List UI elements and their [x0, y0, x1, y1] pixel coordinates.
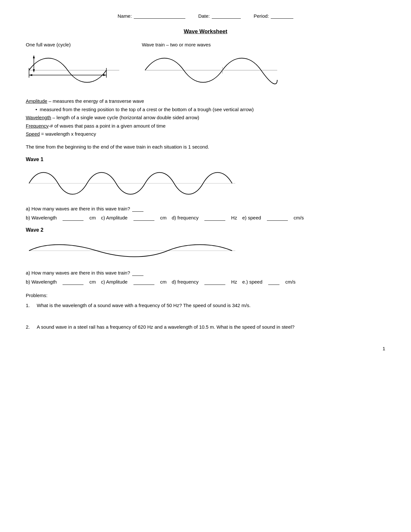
speed-term: Speed	[26, 131, 40, 137]
wave1-amplitude-answer[interactable]	[133, 215, 154, 221]
wave2-question-a: a) How many waves are there in this wave…	[26, 270, 385, 276]
name-label: Name:	[118, 13, 132, 19]
wave1-section: Wave 1 a) How many waves are there in th…	[26, 157, 385, 221]
one-wave-label: One full wave (cycle)	[26, 42, 122, 47]
wave1-question-b: b) Wavelength cm c) Amplitude cm d) freq…	[26, 215, 385, 221]
wave2-question-b: b) Wavelength cm c) Amplitude cm d) freq…	[26, 279, 385, 285]
period-field: Period:	[254, 13, 294, 19]
date-label: Date:	[198, 13, 210, 19]
wave2-frequency-answer[interactable]	[204, 279, 225, 285]
wave2-wavelength-answer[interactable]	[63, 279, 83, 285]
name-line	[134, 13, 185, 19]
wavelength-line: Wavelength – length of a single wave cyc…	[26, 113, 385, 122]
svg-marker-6	[103, 74, 106, 76]
wave-train-label: Wave train – two or more waves	[142, 42, 280, 47]
bullet-dot: •	[35, 105, 37, 114]
wave2-speed-answer[interactable]	[268, 279, 279, 285]
wave1-svg	[26, 166, 239, 201]
wave-train-svg	[142, 49, 280, 91]
time-statement: The time from the beginning to the end o…	[26, 144, 385, 150]
wavelength-term: Wavelength	[26, 115, 51, 120]
wave1-question-a: a) How many waves are there in this wave…	[26, 206, 385, 212]
problems-label: Problems:	[26, 293, 385, 298]
one-wave-svg	[26, 49, 122, 91]
wave2-amplitude-answer[interactable]	[133, 279, 154, 285]
speed-line: Speed = wavelength x frequency	[26, 130, 385, 138]
amplitude-def: – measures the energy of a transverse wa…	[47, 98, 144, 104]
date-line	[212, 13, 241, 19]
problems-section: Problems: 1. What is the wavelength of a…	[26, 293, 385, 330]
wave1-answer-a[interactable]	[132, 206, 143, 212]
problem-2: 2. A sound wave in a steel rail has a fr…	[26, 324, 385, 330]
wavelength-def: – length of a single wave cycle (horizon…	[51, 115, 199, 120]
problem-1: 1. What is the wavelength of a sound wav…	[26, 303, 385, 308]
problem-1-text: What is the wavelength of a sound wave w…	[37, 303, 250, 308]
header: Name: Date: Period:	[26, 13, 385, 19]
wave-diagrams-row: One full wave (cycle) Wave train – two o…	[26, 42, 385, 91]
amplitude-bullet: measured from the resting position to th…	[40, 105, 254, 114]
wave1-canvas	[26, 166, 385, 202]
page-number: 1	[26, 346, 385, 351]
wave1-frequency-answer[interactable]	[204, 215, 225, 221]
problem-1-num: 1.	[26, 303, 34, 308]
name-field: Name:	[118, 13, 185, 19]
svg-marker-3	[33, 69, 35, 73]
wave1-speed-answer[interactable]	[267, 215, 288, 221]
problem-2-text: A sound wave in a steel rail has a frequ…	[37, 324, 295, 330]
svg-marker-5	[29, 74, 32, 76]
wave2-section: Wave 2 a) How many waves are there in th…	[26, 227, 385, 285]
page-title: Wave Worksheet	[26, 28, 385, 35]
amplitude-line: Amplitude – measures the energy of a tra…	[26, 97, 385, 105]
wave1-title: Wave 1	[26, 157, 385, 162]
amplitude-bullet-line: • measured from the resting position to …	[35, 105, 385, 114]
wave2-svg	[26, 236, 239, 265]
wave2-canvas	[26, 236, 385, 266]
definitions-section: Amplitude – measures the energy of a tra…	[26, 97, 385, 138]
one-wave-diagram: One full wave (cycle)	[26, 42, 122, 91]
period-line	[271, 13, 293, 19]
frequency-def: -# of waves that pass a point in a given…	[49, 123, 166, 129]
frequency-term: Frequency	[26, 123, 49, 129]
speed-def: = wavelength x frequency	[40, 131, 96, 137]
frequency-line: Frequency-# of waves that pass a point i…	[26, 122, 385, 130]
date-field: Date:	[198, 13, 241, 19]
wave2-answer-a[interactable]	[132, 270, 143, 276]
amplitude-term: Amplitude	[26, 98, 47, 104]
svg-marker-2	[33, 55, 35, 58]
wave-train-diagram: Wave train – two or more waves	[142, 42, 280, 91]
wave1-wavelength-answer[interactable]	[63, 215, 83, 221]
period-label: Period:	[254, 13, 269, 19]
wave2-title: Wave 2	[26, 227, 385, 233]
problem-2-num: 2.	[26, 324, 34, 330]
